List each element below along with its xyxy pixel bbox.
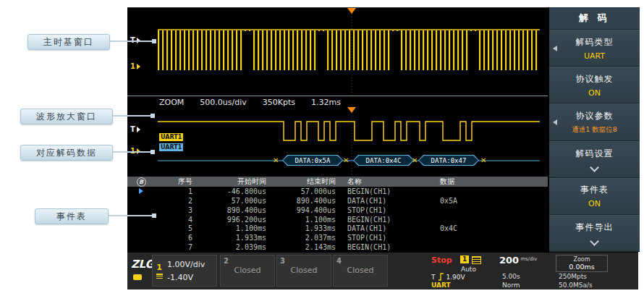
channel-number: 4: [336, 257, 342, 265]
submenu-left-arrow-icon: [553, 119, 557, 125]
menu-item-protocol-trigger[interactable]: 协议触发 ON: [549, 67, 640, 103]
menu-item-label: 事件导出: [576, 221, 614, 234]
trigger-level-readout: T 1.90V: [431, 273, 465, 281]
table-row[interactable]: 5 1.100ms 1.933ms DATA(CH1) 0x4C: [127, 224, 548, 233]
zoom-label: ZOOM: [159, 98, 184, 107]
col-header-no: 序号: [155, 177, 200, 187]
trigger-source-badge: 1: [460, 255, 469, 263]
channel3-box[interactable]: 3 Closed: [276, 255, 331, 287]
callout-dot: [152, 213, 156, 218]
callout-event-table: 事件表: [35, 208, 109, 224]
table-row[interactable]: 4 996.200us 1.100ms BEGIN(CH1): [127, 215, 548, 224]
rising-edge-icon: [438, 273, 444, 281]
cell-start: 2.039ms: [200, 243, 274, 251]
zoom-timebase: 500.0us/div: [200, 98, 246, 107]
table-row[interactable]: 1 -46.800us 57.000us BEGIN(CH1): [127, 187, 548, 196]
zoom-waveform: [127, 107, 548, 177]
event-table-header: B 序号 开始时间 结束时间 名称 数据: [127, 177, 548, 187]
channel1-box[interactable]: 1 1.00V/div -1.40V: [152, 255, 217, 287]
main-timebase-window: T 1: [127, 7, 548, 96]
bus-b-icon: B: [137, 177, 146, 187]
cell-end: 2.143ms: [274, 243, 343, 251]
menu-item-protocol-params[interactable]: 协议参数 通道1 数据位8: [549, 103, 640, 140]
zoom-offset-box: Zoom 0.00ms: [556, 255, 608, 272]
callout-main-timebase: 主时基窗口: [27, 34, 110, 50]
channel-status: Closed: [277, 266, 331, 275]
cell-end: 1.933ms: [274, 224, 343, 232]
cell-no: 7: [155, 243, 200, 251]
menu-item-label: 协议触发: [576, 73, 614, 85]
channel-status: Closed: [334, 266, 387, 275]
decode-boundary-x-icon: ✕: [273, 156, 279, 164]
channel4-box[interactable]: 4 Closed: [333, 255, 388, 287]
right-arrow-icon: [137, 127, 140, 132]
trigger-position-icon: [347, 107, 356, 113]
chevron-down-icon: [590, 237, 599, 247]
acquisition-mode: Norm: [502, 282, 520, 289]
table-row[interactable]: 3 890.400us 994.400us STOP(CH1): [127, 206, 548, 215]
callout-decode-data: 对应解码数据: [20, 145, 113, 161]
right-arrow-icon: [137, 64, 140, 69]
cell-no: 5: [155, 224, 200, 232]
cell-name: DATA(CH1): [343, 197, 436, 205]
cell-data: 0x4C: [436, 224, 548, 232]
trigger-coupling-icon: [472, 256, 481, 264]
channel1-tab: 1: [153, 255, 166, 286]
menu-item-decode-type[interactable]: 解码类型 UART: [549, 30, 640, 67]
callout-line: [110, 151, 152, 153]
decode-bubble-label: DATA:0x4C: [354, 156, 413, 165]
table-row[interactable]: 7 2.039ms 2.143ms BEGIN(CH1): [127, 242, 548, 252]
cell-start: 996.200us: [200, 216, 274, 224]
callout-dot: [151, 150, 155, 154]
col-header-start: 开始时间: [200, 177, 274, 187]
menu-item-event-table[interactable]: 事件表 ON: [549, 178, 640, 215]
run-state: Stop: [431, 255, 452, 265]
chevron-down-icon: [590, 163, 599, 172]
table-row[interactable]: 6 1.933ms 2.037ms STOP(CH1): [127, 233, 548, 242]
timebase-value: 200: [499, 255, 519, 266]
channel-status: Closed: [221, 266, 274, 275]
selected-row-arrow-icon: [139, 188, 143, 194]
menu-title: 解 码: [549, 7, 640, 30]
cell-data: 0x5A: [436, 197, 548, 205]
table-row[interactable]: 2 57.000us 890.400us DATA(CH1) 0x5A: [127, 196, 548, 206]
trigger-type: UART: [431, 282, 451, 289]
channel-number: 3: [280, 257, 285, 265]
decode-boundary-x-icon: ✕: [343, 156, 349, 164]
cell-start: -46.800us: [200, 187, 274, 195]
cell-no: 2: [155, 197, 200, 205]
channel2-box[interactable]: 2 Closed: [220, 255, 275, 287]
cell-start: 1.100ms: [200, 224, 274, 232]
zoom-offset-value: 0.00ms: [569, 263, 594, 271]
callout-line: [110, 115, 152, 117]
cell-name: BEGIN(CH1): [343, 187, 436, 195]
decode-bubble-label: DATA:0x47: [419, 156, 478, 165]
decode-bubble: DATA:0x47: [418, 155, 479, 166]
menu-item-value: ON: [588, 88, 601, 98]
menu-item-event-export[interactable]: 事件导出: [549, 215, 640, 252]
channel-menu-icon: [156, 274, 163, 279]
cell-no: 4: [155, 216, 200, 224]
callout-zoom-window: 波形放大窗口: [20, 109, 113, 124]
cell-end: 890.400us: [274, 197, 343, 205]
event-table: B 序号 开始时间 结束时间 名称 数据 1 -46.800us 57.000u…: [127, 177, 548, 252]
menu-item-label: 解码类型: [576, 36, 614, 48]
col-header-end: 结束时间: [274, 177, 343, 187]
callout-line: [107, 41, 153, 42]
cell-no: 6: [155, 234, 200, 242]
main-timebase-readout: 200 ms/div: [499, 255, 538, 266]
cell-no: 3: [155, 206, 200, 214]
cell-start: 1.933ms: [200, 234, 274, 242]
submenu-left-arrow-icon: [553, 46, 557, 51]
menu-item-decode-settings[interactable]: 解码设置: [549, 141, 640, 178]
cell-start: 57.000us: [200, 197, 274, 205]
cell-no: 1: [155, 187, 200, 195]
zoom-position: 1.32ms: [311, 98, 341, 107]
trigger-marker-label: T: [130, 126, 135, 133]
trigger-position-icon: [347, 8, 356, 14]
col-header-name: 名称: [343, 177, 436, 187]
trigger-status-cluster[interactable]: Stop 1 Auto T 1.90V UART 200 ms/div 5.00…: [427, 253, 637, 289]
decode-boundary-x-icon: ✕: [480, 156, 486, 164]
cell-end: 2.037ms: [274, 234, 343, 242]
cell-name: DATA(CH1): [343, 224, 436, 232]
